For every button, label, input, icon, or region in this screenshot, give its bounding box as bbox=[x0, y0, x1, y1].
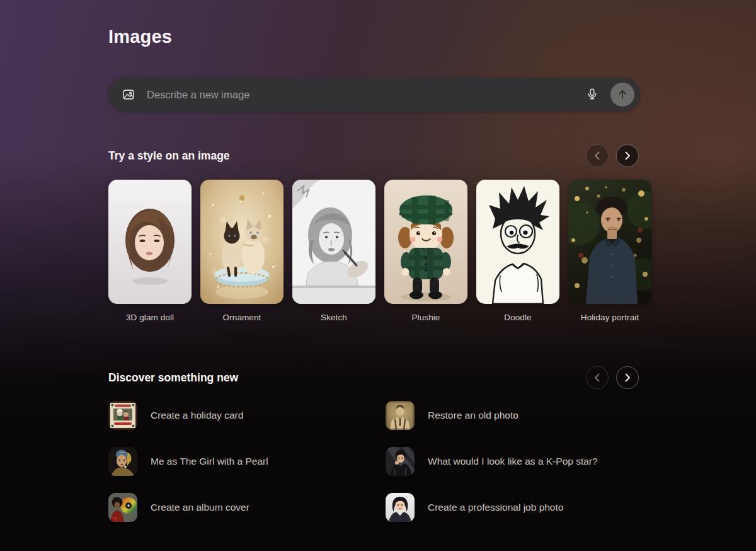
chevron-left-icon bbox=[586, 366, 609, 389]
discover-item-label: Create a professional job photo bbox=[428, 502, 563, 513]
styles-section-title: Try a style on an image bbox=[108, 149, 230, 163]
style-card-label: Ornament bbox=[200, 313, 284, 322]
discover-next-button[interactable] bbox=[616, 366, 639, 389]
style-card-3d-glam-doll[interactable]: 3D glam doll bbox=[108, 180, 192, 322]
style-card-doodle[interactable]: Doodle bbox=[476, 180, 559, 322]
arrow-up-icon bbox=[616, 87, 629, 103]
chevron-right-icon bbox=[616, 144, 639, 167]
discover-item-label: Me as The Girl with a Pearl bbox=[151, 456, 268, 467]
discover-item-label: Restore an old photo bbox=[428, 410, 518, 421]
doodle-image bbox=[476, 180, 559, 304]
discover-item-job-photo[interactable]: Create a professional job photo bbox=[386, 493, 651, 522]
holiday-portrait-image bbox=[568, 180, 651, 304]
style-card-sketch[interactable]: Sketch bbox=[292, 180, 375, 322]
page-title: Images bbox=[108, 26, 172, 47]
discover-section-title: Discover something new bbox=[108, 371, 238, 385]
discover-item-restore-old-photo[interactable]: Restore an old photo bbox=[386, 401, 651, 430]
plushie-image bbox=[384, 180, 467, 304]
discover-item-kpop-star[interactable]: What would I look like as a K-Pop star? bbox=[386, 447, 651, 476]
album-cover-thumbnail bbox=[108, 493, 137, 522]
styles-prev-button[interactable] bbox=[586, 144, 609, 167]
sketch-image bbox=[292, 180, 375, 304]
discover-item-album-cover[interactable]: Create an album cover bbox=[108, 493, 386, 522]
style-card-label: Plushie bbox=[384, 313, 467, 322]
style-cards-carousel: 3D glam doll bbox=[108, 180, 651, 322]
style-card-label: Holiday portrait bbox=[568, 313, 651, 322]
discover-item-label: Create a holiday card bbox=[151, 410, 243, 421]
holiday-card-thumbnail bbox=[108, 401, 137, 430]
discover-item-label: What would I look like as a K-Pop star? bbox=[428, 456, 598, 467]
girl-with-pearl-thumbnail bbox=[108, 447, 137, 476]
discover-item-holiday-card[interactable]: Create a holiday card bbox=[108, 401, 386, 430]
submit-button[interactable] bbox=[610, 83, 634, 107]
search-input[interactable] bbox=[147, 78, 583, 112]
old-photo-thumbnail bbox=[386, 401, 415, 430]
chevron-left-icon bbox=[586, 144, 609, 167]
style-card-label: Sketch bbox=[292, 313, 375, 322]
microphone-button[interactable] bbox=[583, 85, 602, 104]
style-card-holiday-portrait[interactable]: Holiday portrait bbox=[568, 180, 651, 322]
styles-next-button[interactable] bbox=[616, 144, 639, 167]
3d-glam-doll-image bbox=[108, 180, 192, 304]
discover-item-girl-with-pearl[interactable]: Me as The Girl with a Pearl bbox=[108, 447, 386, 476]
chevron-right-icon bbox=[616, 366, 639, 389]
ornament-image bbox=[200, 180, 284, 304]
job-photo-thumbnail bbox=[386, 493, 415, 522]
images-page: Images bbox=[0, 0, 756, 551]
style-card-ornament[interactable]: Ornament bbox=[200, 180, 284, 322]
image-prompt-bar[interactable] bbox=[108, 78, 640, 112]
style-card-label: Doodle bbox=[476, 313, 559, 322]
discover-prev-button[interactable] bbox=[586, 366, 609, 389]
discover-item-label: Create an album cover bbox=[151, 502, 249, 513]
style-card-label: 3D glam doll bbox=[108, 313, 192, 322]
kpop-star-thumbnail bbox=[386, 447, 415, 476]
image-icon[interactable] bbox=[122, 88, 135, 102]
microphone-icon bbox=[585, 87, 599, 103]
style-card-plushie[interactable]: Plushie bbox=[384, 180, 467, 322]
discover-list: Create a holiday card bbox=[108, 401, 651, 522]
